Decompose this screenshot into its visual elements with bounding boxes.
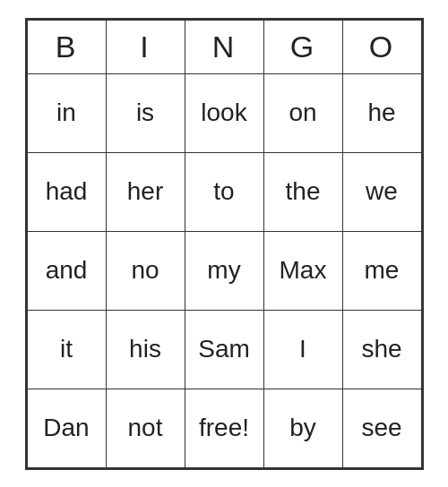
bingo-table: BINGO inislookonhehadhertotheweandnomyMa… (27, 20, 422, 468)
bingo-cell-r3-c0: it (27, 310, 106, 389)
bingo-cell-r1-c1: her (106, 152, 185, 231)
bingo-cell-r0-c3: on (263, 73, 342, 152)
bingo-cell-r3-c3: I (263, 310, 342, 389)
bingo-cell-r4-c2: free! (185, 389, 263, 467)
bingo-row-4: Dannotfree!bysee (27, 389, 421, 467)
bingo-cell-r0-c0: in (27, 73, 106, 152)
bingo-cell-r2-c4: me (342, 231, 421, 310)
bingo-cell-r0-c1: is (106, 73, 185, 152)
bingo-cell-r4-c3: by (263, 389, 342, 467)
bingo-cell-r3-c1: his (106, 310, 185, 389)
bingo-row-1: hadhertothewe (27, 152, 421, 231)
bingo-cell-r2-c0: and (27, 231, 106, 310)
header-cell-b: B (27, 20, 106, 73)
header-cell-i: I (106, 20, 185, 73)
bingo-row-3: ithisSamIshe (27, 310, 421, 389)
bingo-cell-r1-c2: to (185, 152, 263, 231)
bingo-cell-r1-c4: we (342, 152, 421, 231)
bingo-cell-r4-c4: see (342, 389, 421, 467)
bingo-card: BINGO inislookonhehadhertotheweandnomyMa… (25, 18, 424, 470)
bingo-cell-r0-c2: look (185, 73, 263, 152)
bingo-cell-r2-c1: no (106, 231, 185, 310)
bingo-cell-r1-c3: the (263, 152, 342, 231)
bingo-cell-r2-c3: Max (263, 231, 342, 310)
bingo-cell-r4-c1: not (106, 389, 185, 467)
bingo-cell-r2-c2: my (185, 231, 263, 310)
bingo-row-0: inislookonhe (27, 73, 421, 152)
bingo-cell-r0-c4: he (342, 73, 421, 152)
header-cell-g: G (263, 20, 342, 73)
bingo-cell-r1-c0: had (27, 152, 106, 231)
bingo-cell-r3-c4: she (342, 310, 421, 389)
header-cell-o: O (342, 20, 421, 73)
bingo-cell-r3-c2: Sam (185, 310, 263, 389)
header-cell-n: N (185, 20, 263, 73)
bingo-row-2: andnomyMaxme (27, 231, 421, 310)
header-row: BINGO (27, 20, 421, 73)
bingo-cell-r4-c0: Dan (27, 389, 106, 467)
